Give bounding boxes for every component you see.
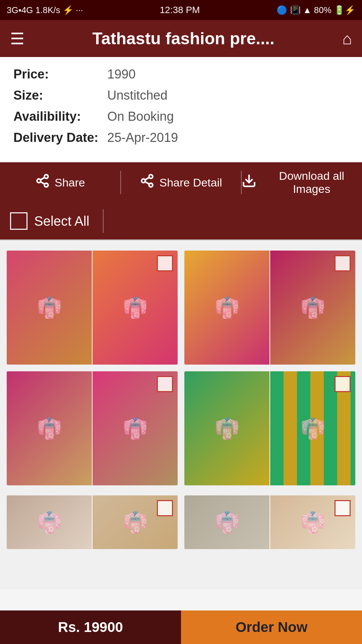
home-icon[interactable]: ⌂ — [342, 30, 352, 48]
select-all-bar: Select All — [0, 203, 362, 239]
availability-value: On Booking — [107, 109, 174, 124]
image-3a — [7, 371, 93, 485]
availability-row: Availibility: On Booking — [13, 109, 349, 124]
image-6a — [184, 495, 270, 549]
image-card-6[interactable] — [184, 495, 355, 549]
size-label: Size: — [13, 88, 107, 103]
size-row: Size: Unstitched — [13, 88, 349, 103]
select-all-checkbox[interactable] — [10, 212, 27, 230]
card-checkbox-4[interactable] — [335, 376, 351, 392]
card-checkbox-6[interactable] — [335, 500, 351, 516]
share-detail-button[interactable]: Share Detail — [121, 162, 241, 203]
delivery-value: 25-Apr-2019 — [107, 130, 178, 145]
svg-line-9 — [145, 177, 149, 180]
download-icon — [242, 173, 256, 192]
price-display: Rs. 19900 — [58, 619, 123, 635]
order-now-button[interactable]: Order Now — [181, 610, 362, 644]
app-header: ☰ Tathastu fashion pre.... ⌂ — [0, 20, 362, 57]
share-detail-icon — [140, 173, 155, 192]
image-card-5[interactable] — [7, 495, 178, 549]
image-partial-row — [0, 495, 362, 589]
select-all-label: Select All — [34, 214, 89, 229]
bottom-price: Rs. 19900 — [0, 610, 181, 644]
image-pair-3 — [7, 371, 178, 485]
price-row: Price: 1990 — [13, 67, 349, 82]
delivery-label: Delivery Date: — [13, 130, 107, 145]
status-bar: 3G▪4G 1.8K/s ⚡ ··· 12:38 PM 🔵 📳 ▲ 80% 🔋⚡ — [0, 0, 362, 20]
svg-line-4 — [41, 177, 45, 180]
select-divider — [103, 209, 104, 233]
bottom-bar: Rs. 19900 Order Now — [0, 610, 362, 644]
order-label: Order Now — [236, 619, 308, 635]
delivery-row: Delivery Date: 25-Apr-2019 — [13, 130, 349, 145]
image-5a — [7, 495, 93, 549]
size-value: Unstitched — [107, 88, 168, 103]
image-1a — [7, 251, 93, 365]
image-card-3[interactable] — [7, 371, 178, 485]
image-card-1[interactable] — [7, 251, 178, 365]
share-button[interactable]: Share — [0, 162, 120, 203]
price-value: 1990 — [107, 67, 136, 82]
status-left: 3G▪4G 1.8K/s ⚡ ··· — [7, 5, 83, 15]
image-card-2[interactable] — [184, 251, 355, 365]
card-checkbox-2[interactable] — [335, 255, 351, 271]
status-time: 12:38 PM — [160, 5, 200, 15]
image-2a — [184, 251, 270, 365]
card-checkbox-3[interactable] — [157, 376, 173, 392]
action-bar: Share Share Detail Download all Images — [0, 162, 362, 203]
svg-line-3 — [41, 182, 45, 184]
image-pair-4 — [184, 371, 355, 485]
image-pair-2 — [184, 251, 355, 365]
availability-label: Availibility: — [13, 109, 107, 124]
image-pair-1 — [7, 251, 178, 365]
menu-icon[interactable]: ☰ — [10, 29, 24, 48]
share-detail-label: Share Detail — [159, 176, 222, 189]
image-pair-6 — [184, 495, 355, 549]
image-card-4[interactable] — [184, 371, 355, 485]
image-pair-5 — [7, 495, 178, 549]
image-4a — [184, 371, 270, 485]
download-all-button[interactable]: Download all Images — [242, 162, 362, 203]
share-icon — [35, 173, 50, 192]
page-title: Tathastu fashion pre.... — [24, 29, 342, 48]
download-all-label: Download all Images — [261, 169, 362, 196]
card-checkbox-1[interactable] — [157, 255, 173, 271]
price-label: Price: — [13, 67, 107, 82]
card-checkbox-5[interactable] — [157, 500, 173, 516]
status-right: 🔵 📳 ▲ 80% 🔋⚡ — [277, 5, 355, 15]
product-details: Price: 1990 Size: Unstitched Availibilit… — [0, 57, 362, 162]
image-grid — [0, 240, 362, 495]
svg-line-8 — [145, 182, 149, 184]
share-label: Share — [55, 176, 85, 189]
